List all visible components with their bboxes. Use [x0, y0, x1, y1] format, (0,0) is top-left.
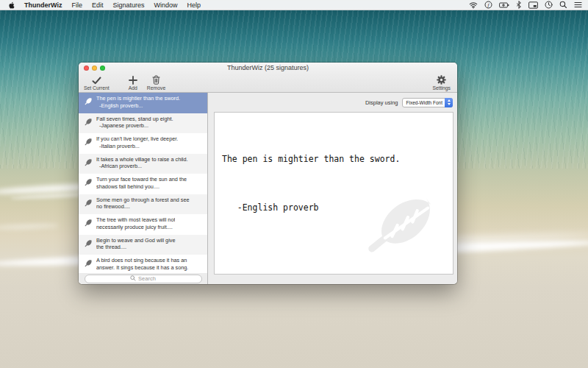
signature-text-line1: The pen is mightier than the sword.: [222, 151, 445, 167]
signature-row[interactable]: The pen is mightier than the sword. -Eng…: [79, 93, 207, 113]
search-area: Search: [79, 273, 207, 284]
plus-icon: [129, 75, 137, 85]
menu-bar: ThunderWiz File Edit Signatures Window H…: [0, 0, 588, 10]
signature-row[interactable]: Some men go through a forest and seeno f…: [79, 194, 207, 215]
feather-icon: [84, 178, 93, 188]
signature-sidebar: The pen is mightier than the sword. -Eng…: [79, 93, 208, 284]
settings-button[interactable]: Settings: [432, 75, 451, 91]
title-bar[interactable]: ThunderWiz (25 signatures): [79, 63, 457, 73]
wifi-icon[interactable]: [469, 1, 478, 9]
search-icon: [130, 275, 136, 283]
font-select-dropdown[interactable]: Fixed-Width Font: [402, 98, 453, 107]
feather-icon: [84, 199, 93, 208]
font-select-value: Fixed-Width Font: [403, 100, 446, 105]
signature-list: The pen is mightier than the sword. -Eng…: [79, 93, 207, 273]
signature-row[interactable]: A bird does not sing because it has anan…: [79, 255, 207, 273]
feather-icon: [84, 118, 93, 127]
signature-row[interactable]: Begin to weave and God will givethe thre…: [79, 235, 207, 255]
menu-app-name[interactable]: ThunderWiz: [24, 1, 62, 9]
window-title: ThunderWiz (25 signatures): [79, 64, 457, 71]
notification-center-icon[interactable]: [574, 1, 582, 8]
battery-charging-icon[interactable]: [499, 2, 509, 8]
checkmark-icon: [92, 75, 101, 85]
clock-icon[interactable]: [545, 1, 553, 9]
feather-icon: [84, 259, 93, 269]
menu-window[interactable]: Window: [154, 1, 177, 9]
search-placeholder: Search: [138, 275, 156, 282]
menu-help[interactable]: Help: [187, 1, 201, 9]
display-icon[interactable]: [528, 1, 538, 9]
apple-menu-icon[interactable]: [7, 1, 15, 10]
display-bar: Display using Fixed-Width Font: [208, 93, 457, 112]
menu-edit[interactable]: Edit: [92, 1, 104, 9]
gear-icon: [437, 75, 446, 85]
desktop-wallpaper: ThunderWiz File Edit Signatures Window H…: [0, 0, 588, 368]
main-pane: Display using Fixed-Width Font The pen i…: [208, 93, 457, 284]
feather-icon: [84, 158, 93, 168]
set-current-button[interactable]: Set Current: [84, 75, 110, 91]
search-input[interactable]: Search: [85, 275, 202, 283]
wave-crest: [0, 223, 59, 230]
dropdown-stepper-icon: [445, 98, 453, 107]
minimize-button[interactable]: [92, 66, 97, 71]
toolbar: Set Current Add Remove: [79, 73, 457, 93]
feather-icon: [84, 97, 93, 107]
bluetooth-icon[interactable]: [516, 1, 522, 9]
zoom-button[interactable]: [100, 66, 105, 71]
close-button[interactable]: [84, 66, 89, 71]
signature-row[interactable]: If you can't live longer, live deeper. -…: [79, 133, 207, 154]
signature-row[interactable]: Turn your face toward the sun and thesha…: [79, 174, 207, 194]
feather-icon: [84, 239, 93, 249]
signature-row[interactable]: Fall seven times, stand up eight. -Japan…: [79, 113, 207, 134]
feather-icon: [84, 219, 93, 228]
add-button[interactable]: Add: [129, 75, 137, 91]
feather-icon: [84, 138, 93, 147]
svg-text:f: f: [488, 2, 490, 8]
signature-row[interactable]: The tree with most leaves will notnecess…: [79, 214, 207, 235]
feather-watermark-icon: [356, 185, 446, 275]
display-using-label: Display using: [365, 99, 398, 106]
flux-circle-icon[interactable]: f: [484, 1, 492, 9]
trash-icon: [152, 75, 160, 85]
menu-signatures[interactable]: Signatures: [112, 1, 144, 9]
signature-row[interactable]: It takes a whole village to raise a chil…: [79, 154, 207, 174]
thunderwiz-window: ThunderWiz (25 signatures) Set Current A…: [79, 63, 457, 284]
menu-file[interactable]: File: [71, 1, 82, 9]
spotlight-icon[interactable]: [559, 1, 567, 9]
signature-preview[interactable]: The pen is mightier than the sword. -Eng…: [214, 112, 453, 275]
remove-button[interactable]: Remove: [147, 75, 165, 91]
